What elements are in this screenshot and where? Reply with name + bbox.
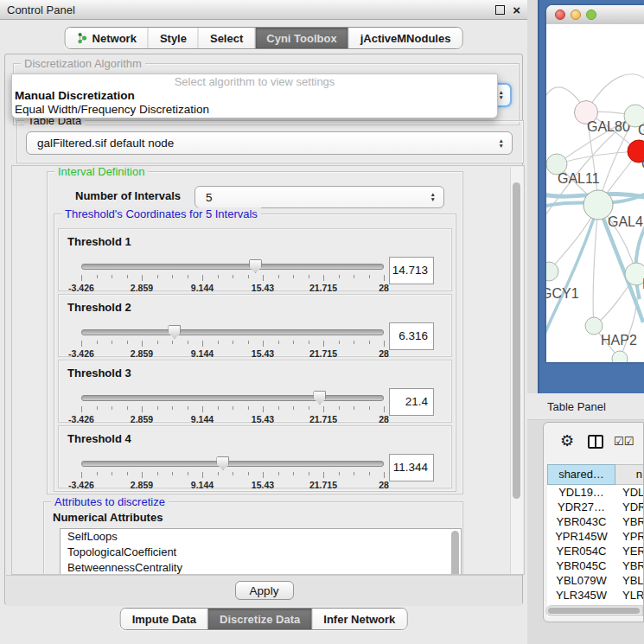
slider-thumb[interactable]	[216, 456, 229, 470]
threshold-slider[interactable]: -3.4262.8599.14415.4321.71528	[81, 456, 384, 487]
minimize-traffic-light-icon[interactable]	[571, 10, 581, 20]
float-window-icon[interactable]	[495, 5, 505, 15]
scrollbar-thumb[interactable]	[513, 182, 520, 499]
slider-tick-labels: -3.4262.8599.14415.4321.71528	[81, 414, 384, 424]
slider-tick-labels: -3.4262.8599.14415.4321.71528	[81, 480, 384, 490]
tick-label: 2.859	[131, 414, 153, 424]
slider-thumb[interactable]	[313, 391, 326, 405]
control-panel-titlebar: Control Panel ×	[0, 0, 527, 20]
tick-label: 21.715	[309, 414, 337, 424]
table-row[interactable]: YLR345WYLR3	[547, 588, 644, 603]
slider-thumb[interactable]	[249, 259, 262, 273]
network-node[interactable]	[546, 262, 558, 281]
tab-discretize-data[interactable]: Discretize Data	[208, 609, 312, 629]
list-scrollbar-thumb[interactable]	[451, 531, 459, 575]
tick-label: 21.715	[309, 283, 337, 293]
threshold-value-field[interactable]: 14.713	[389, 257, 434, 284]
threshold-value-field[interactable]: 21.4	[389, 388, 434, 416]
tab-select[interactable]: Select	[199, 28, 255, 48]
network-node-label: GAL80	[587, 119, 630, 134]
tick-label: 21.715	[309, 480, 337, 490]
scrollbar-thumb[interactable]	[548, 608, 640, 614]
slider-track[interactable]	[81, 329, 384, 335]
table-row[interactable]: YDL19…YDL1	[547, 485, 644, 500]
slider-thumb[interactable]	[168, 325, 181, 339]
table-row[interactable]: YBR043CYBR0	[547, 514, 644, 529]
tick-label: 21.715	[309, 348, 337, 359]
table-panel-title: Table Panel	[527, 400, 606, 413]
attribute-item[interactable]: SelfLoops	[61, 529, 461, 545]
tick-label: 9.144	[191, 480, 214, 490]
table-panel-body: ⚙ ☑☑ shared… n YDL19…YDL1YDR27…YDR2YBR04…	[543, 422, 644, 622]
horizontal-scrollbar[interactable]	[545, 605, 643, 616]
gear-icon[interactable]: ⚙	[560, 433, 574, 449]
tab-infer-network[interactable]: Infer Network	[312, 609, 406, 629]
number-of-intervals-spinner[interactable]: 5 ▲▼	[194, 186, 444, 208]
network-canvas[interactable]: GAL80GCGAL11GAL4GCY1HHAP2	[546, 24, 644, 362]
zoom-traffic-light-icon[interactable]	[586, 10, 596, 20]
table-toolbar: ⚙ ☑☑	[544, 423, 643, 462]
checkbox-icons[interactable]: ☑☑	[614, 435, 634, 448]
network-node[interactable]	[625, 263, 644, 285]
attributes-to-discretize-group: Attributes to discretize Numerical Attri…	[43, 501, 463, 575]
tab-style[interactable]: Style	[149, 28, 199, 48]
dropdown-placeholder-option: Select algorithm to view settings	[12, 75, 497, 89]
slider-track[interactable]	[81, 461, 384, 467]
tick-label: 28	[379, 283, 389, 293]
tick-label: -3.426	[68, 414, 94, 424]
slider-track[interactable]	[81, 395, 384, 401]
group-title: Interval Definition	[54, 165, 148, 178]
threshold-value-field[interactable]: 11.344	[389, 454, 434, 481]
dropdown-option-manual[interactable]: Manual Discretization	[12, 89, 497, 103]
tab-jactivemnodules[interactable]: jActiveMNodules	[349, 28, 462, 48]
table-panel-header: Table Panel	[527, 393, 644, 420]
threshold-value-field[interactable]: 6.316	[389, 322, 434, 350]
table-row[interactable]: YBR045CYBR0	[547, 558, 644, 573]
threshold-slider[interactable]: -3.4262.8599.14415.4321.71528	[81, 324, 384, 355]
tick-label: 28	[379, 414, 389, 424]
tick-label: 15.43	[252, 414, 274, 424]
network-icon	[77, 32, 88, 44]
table-row[interactable]: YER054CYER0	[547, 544, 644, 558]
table-row[interactable]: YPR145WYPR1	[547, 529, 644, 544]
attribute-item[interactable]: TopologicalCoefficient	[61, 545, 461, 560]
network-node[interactable]	[585, 317, 603, 335]
slider-track[interactable]	[81, 264, 384, 270]
apply-button[interactable]: Apply	[235, 581, 294, 600]
numerical-attributes-list[interactable]: SelfLoopsTopologicalCoefficientBetweenne…	[60, 528, 462, 575]
slider-ticks	[81, 275, 384, 282]
attribute-item[interactable]: BetweennessCentrality	[61, 560, 461, 575]
network-node-label: GAL11	[558, 171, 600, 186]
threshold-slider[interactable]: -3.4262.8599.14415.4321.71528	[81, 258, 384, 290]
dropdown-option-equal-width[interactable]: Equal Width/Frequency Discretization	[12, 103, 497, 117]
split-columns-icon[interactable]	[588, 435, 603, 449]
table-row[interactable]: YDR27…YDR2	[547, 500, 644, 514]
tick-label: 28	[379, 480, 389, 490]
tab-impute-data[interactable]: Impute Data	[121, 609, 208, 629]
table-row[interactable]: YBL079WYBL0	[547, 573, 644, 588]
network-node-label: HAP2	[601, 333, 637, 348]
tick-label: 15.43	[252, 480, 274, 490]
network-window-titlebar[interactable]	[546, 5, 644, 25]
tab-cyni-toolbox[interactable]: Cyni Toolbox	[255, 28, 348, 48]
tick-label: -3.426	[68, 348, 94, 359]
tab-network[interactable]: Network	[66, 28, 149, 48]
threshold-slider[interactable]: -3.4262.8599.14415.4321.71528	[81, 390, 384, 421]
vertical-scrollbar[interactable]	[510, 167, 523, 574]
tick-label: 15.43	[252, 348, 274, 359]
column-header-name[interactable]: n	[615, 464, 644, 485]
panel-title: Control Panel	[0, 3, 75, 16]
column-header-shared-name[interactable]: shared…	[547, 464, 615, 485]
cyni-toolbox-panel: Discretization Algorithm ▲▼ Select algor…	[4, 54, 523, 605]
close-traffic-light-icon[interactable]	[555, 10, 565, 20]
threshold-label: Threshold 2	[67, 301, 131, 314]
network-graph: GAL80GCGAL11GAL4GCY1HHAP2	[546, 24, 644, 362]
close-icon[interactable]: ×	[513, 3, 520, 16]
table-data-combobox[interactable]: galFiltered.sif default node ▲▼	[26, 131, 513, 155]
node-table: shared… n YDL19…YDL1YDR27…YDR2YBR043CYBR…	[547, 464, 644, 617]
network-node-label: GCY1	[546, 286, 579, 301]
tick-label: 28	[379, 348, 389, 359]
group-title: Threshold's Coordinates for 5 Intervals	[61, 207, 261, 220]
network-node[interactable]	[612, 351, 628, 362]
bottom-tab-bar: Impute Data Discretize Data Infer Networ…	[120, 608, 408, 630]
